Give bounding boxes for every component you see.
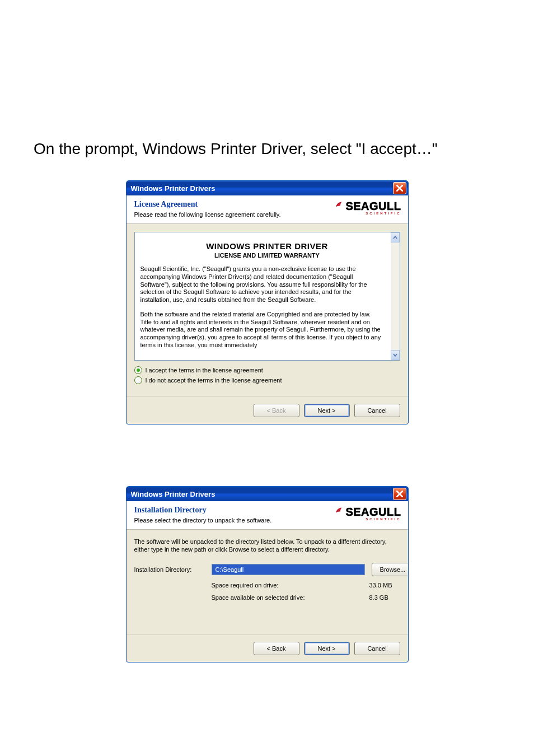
logo-text: SEAGULL [345,200,401,213]
space-available-value: 8.3 GB [369,594,409,601]
header-subtitle: Please read the following license agreem… [134,211,281,218]
license-heading: WINDOWS PRINTER DRIVER [140,241,394,251]
radio-accept[interactable] [134,366,142,374]
logo-subtext: SCIENTIFIC [366,517,401,521]
license-dialog: Windows Printer Drivers License Agreemen… [126,180,409,424]
back-button[interactable]: < Back [254,404,299,417]
space-available-label: Space available on selected drive: [212,594,365,601]
install-dir-label: Installation Directory: [134,566,207,573]
radio-reject[interactable] [134,376,142,384]
close-icon [396,491,403,497]
browse-button[interactable]: Browse... [372,563,409,576]
header-title: Installation Directory [134,506,272,515]
instruction-text: On the prompt, Windows Printer Driver, s… [34,140,500,158]
close-icon [396,185,403,192]
space-required-label: Space required on drive: [212,582,365,589]
install-dir-input[interactable]: C:\Seagull [212,564,365,575]
scrollbar[interactable] [391,232,400,360]
seagull-logo: SEAGULL SCIENTIFIC [335,200,401,215]
accept-radio-row[interactable]: I accept the terms in the license agreem… [134,366,400,374]
reject-radio-row[interactable]: I do not accept the terms in the license… [134,376,400,384]
scroll-up-button[interactable] [391,232,400,242]
license-paragraph-1: Seagull Scientific, Inc. ("Seagull") gra… [140,265,383,304]
close-button[interactable] [393,182,406,194]
chevron-down-icon [393,353,397,357]
next-button[interactable]: Next > [304,642,350,655]
license-subheading: LICENSE AND LIMITED WARRANTY [140,252,394,259]
cancel-button[interactable]: Cancel [354,642,400,655]
titlebar: Windows Printer Drivers [127,487,408,501]
close-button[interactable] [393,488,406,500]
header-subtitle: Please select the directory to unpack th… [134,517,272,524]
install-dir-dialog: Windows Printer Drivers Installation Dir… [126,486,409,662]
scroll-down-button[interactable] [391,350,400,360]
window-title: Windows Printer Drivers [131,184,393,193]
install-description: The software will be unpacked to the dir… [134,538,400,554]
chevron-up-icon [393,235,397,240]
header-title: License Agreement [134,200,281,209]
radio-accept-label: I accept the terms in the license agreem… [146,367,263,374]
seagull-bird-icon [335,506,345,516]
license-paragraph-2: Both the software and the related materi… [140,311,383,349]
titlebar: Windows Printer Drivers [127,181,408,195]
logo-text: SEAGULL [345,506,401,519]
back-button[interactable]: < Back [254,642,299,655]
license-textbox: WINDOWS PRINTER DRIVER LICENSE AND LIMIT… [134,232,400,361]
radio-reject-label: I do not accept the terms in the license… [146,377,282,384]
seagull-logo: SEAGULL SCIENTIFIC [335,506,401,521]
next-button[interactable]: Next > [304,404,350,417]
cancel-button[interactable]: Cancel [354,404,400,417]
logo-subtext: SCIENTIFIC [366,212,401,215]
space-required-value: 33.0 MB [369,582,409,589]
scroll-track[interactable] [391,242,400,350]
window-title: Windows Printer Drivers [131,490,393,498]
seagull-bird-icon [335,200,345,210]
